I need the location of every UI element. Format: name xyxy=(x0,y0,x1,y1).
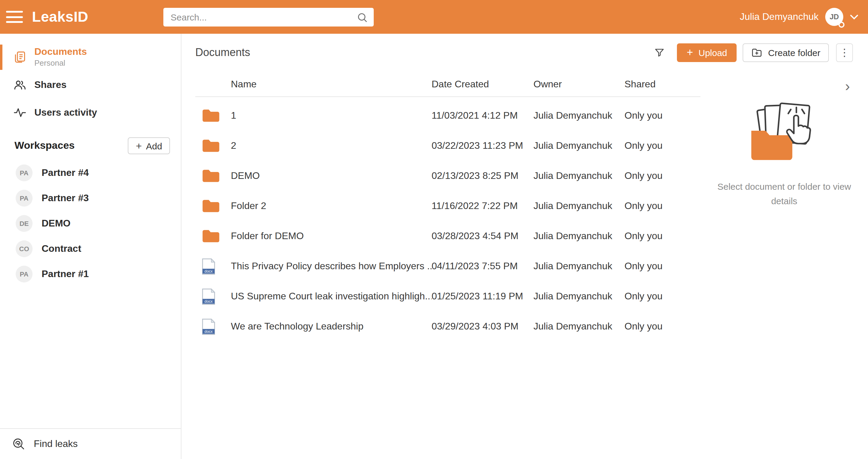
sidebar-item-users-activity[interactable]: Users activity xyxy=(0,99,181,127)
row-owner: Julia Demyanchuk xyxy=(533,321,624,332)
pulse-icon xyxy=(13,106,27,119)
row-owner: Julia Demyanchuk xyxy=(533,201,624,211)
find-leaks-label: Find leaks xyxy=(34,438,78,449)
plus-icon: + xyxy=(136,141,142,151)
user-menu[interactable]: Julia Demyanchuk JD xyxy=(740,8,858,26)
kebab-icon: ⋮ xyxy=(839,46,849,59)
sidebar-item-label: Shares xyxy=(34,79,67,90)
menu-icon[interactable] xyxy=(6,11,23,23)
workspace-label: Partner #1 xyxy=(41,269,89,280)
row-date-created: 04/11/2023 7:55 PM xyxy=(432,261,533,272)
details-hint: Select document or folder to view detail… xyxy=(711,179,858,208)
toolbar: + Upload Create folder ⋮ xyxy=(650,43,853,62)
table-row[interactable]: We are Technology Leadership 03/29/2023 … xyxy=(195,312,701,341)
sidebar-item-shares[interactable]: Shares xyxy=(0,71,181,99)
table-row[interactable]: 2 03/22/2023 11:23 PM Julia Demyanchuk O… xyxy=(195,131,701,161)
filter-button[interactable] xyxy=(650,43,669,61)
upload-label: Upload xyxy=(698,47,727,58)
sidebar-item-label: Users activity xyxy=(34,107,97,118)
row-shared: Only you xyxy=(624,261,703,272)
search-input[interactable] xyxy=(163,8,357,27)
folder-icon xyxy=(195,199,231,213)
chevron-down-icon[interactable] xyxy=(850,14,858,20)
avatar-initials: JD xyxy=(830,13,839,21)
workspace-avatar: CO xyxy=(16,240,33,257)
folder-icon xyxy=(195,138,231,153)
row-date-created: 03/22/2023 11:23 PM xyxy=(432,140,533,151)
table-row[interactable]: 1 11/03/2021 4:12 PM Julia Demyanchuk On… xyxy=(195,101,701,131)
table-row[interactable]: DEMO 02/13/2023 8:25 PM Julia Demyanchuk… xyxy=(195,161,701,191)
table-header: Name Date Created Owner Shared xyxy=(195,72,701,97)
add-workspace-button[interactable]: + Add xyxy=(128,137,170,154)
workspace-avatar: PA xyxy=(16,164,33,181)
row-name: 2 xyxy=(231,140,432,151)
workspaces-header: Workspaces + Add xyxy=(0,137,181,154)
folder-icon xyxy=(195,229,231,243)
leaksid-app: docx LeaksID Julia Demyanchuk JD xyxy=(0,0,868,459)
select-hint-illustration xyxy=(746,100,822,167)
row-shared: Only you xyxy=(624,321,703,332)
workspaces-list: PA Partner #4 PA Partner #3 DE DEMO CO C… xyxy=(0,160,181,287)
table-row[interactable]: US Supreme Court leak investigation high… xyxy=(195,281,701,312)
column-date-created[interactable]: Date Created xyxy=(432,79,533,90)
row-name: Folder 2 xyxy=(231,201,432,211)
documents-icon xyxy=(13,51,27,64)
row-date-created: 11/16/2022 7:22 PM xyxy=(432,201,533,211)
collapse-panel-icon[interactable]: › xyxy=(841,78,854,94)
active-indicator xyxy=(0,44,2,70)
page-title: Documents xyxy=(195,46,250,59)
upload-button[interactable]: + Upload xyxy=(677,43,737,62)
row-shared: Only you xyxy=(624,170,703,181)
content-header: Documents + Upload xyxy=(181,42,868,63)
table-row[interactable]: Folder 2 11/16/2022 7:22 PM Julia Demyan… xyxy=(195,191,701,221)
user-name: Julia Demyanchuk xyxy=(740,11,818,22)
plus-icon: + xyxy=(687,47,693,58)
row-shared: Only you xyxy=(624,140,703,151)
table-row[interactable]: This Privacy Policy describes how Employ… xyxy=(195,251,701,281)
workspace-label: Contract xyxy=(41,243,82,254)
folder-icon xyxy=(195,169,231,183)
sidebar-item-sublabel: Personal xyxy=(34,59,87,68)
app-logo: LeaksID xyxy=(32,8,88,25)
row-shared: Only you xyxy=(624,231,703,241)
fingerprint-search-icon xyxy=(12,437,25,451)
row-shared: Only you xyxy=(624,110,703,121)
row-date-created: 02/13/2023 8:25 PM xyxy=(432,170,533,181)
workspace-item[interactable]: PA Partner #3 xyxy=(0,186,181,211)
docx-file-icon xyxy=(195,318,231,335)
workspace-item[interactable]: DE DEMO xyxy=(0,211,181,236)
folder-icon xyxy=(195,108,231,123)
row-shared: Only you xyxy=(624,291,703,302)
avatar[interactable]: JD xyxy=(825,8,843,26)
more-options-button[interactable]: ⋮ xyxy=(836,43,853,62)
search-box xyxy=(163,8,374,27)
column-name[interactable]: Name xyxy=(231,79,432,90)
column-owner[interactable]: Owner xyxy=(533,79,624,90)
workspace-item[interactable]: PA Partner #1 xyxy=(0,261,181,287)
row-owner: Julia Demyanchuk xyxy=(533,110,624,121)
row-owner: Julia Demyanchuk xyxy=(533,261,624,272)
docx-file-icon xyxy=(195,258,231,275)
table-row[interactable]: Folder for DEMO 03/28/2023 4:54 PM Julia… xyxy=(195,221,701,251)
status-dot-icon xyxy=(838,22,844,28)
content-body: Name Date Created Owner Shared 1 11/03/2… xyxy=(181,63,868,341)
main-content: Documents + Upload xyxy=(181,34,868,459)
workspace-item[interactable]: PA Partner #4 xyxy=(0,160,181,186)
row-date-created: 03/28/2023 4:54 PM xyxy=(432,231,533,241)
sidebar-item-documents[interactable]: Documents Personal xyxy=(0,43,181,71)
create-folder-label: Create folder xyxy=(768,47,820,58)
search-icon[interactable] xyxy=(357,12,368,23)
workspace-item[interactable]: CO Contract xyxy=(0,236,181,261)
row-date-created: 11/03/2021 4:12 PM xyxy=(432,110,533,121)
logo-part1: Leaks xyxy=(32,8,73,25)
logo-part2: ID xyxy=(73,8,88,25)
create-folder-button[interactable]: Create folder xyxy=(743,43,829,62)
row-owner: Julia Demyanchuk xyxy=(533,140,624,151)
find-leaks-button[interactable]: Find leaks xyxy=(0,428,181,459)
workspace-label: DEMO xyxy=(41,218,70,229)
workspace-label: Partner #3 xyxy=(41,193,89,204)
column-shared[interactable]: Shared xyxy=(624,79,703,90)
top-bar: LeaksID Julia Demyanchuk JD xyxy=(0,0,868,34)
row-owner: Julia Demyanchuk xyxy=(533,291,624,302)
row-name: This Privacy Policy describes how Employ… xyxy=(231,261,432,272)
